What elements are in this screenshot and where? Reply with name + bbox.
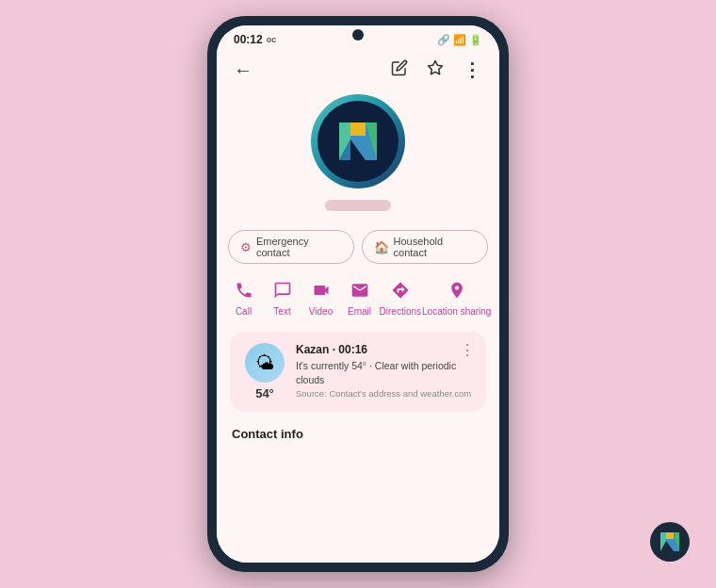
avatar-inner bbox=[317, 101, 399, 182]
signal-icon: 📶 bbox=[453, 34, 466, 46]
avatar-section bbox=[311, 85, 405, 219]
emergency-contact-badge[interactable]: ⚙ Emergency contact bbox=[228, 230, 354, 264]
svg-rect-6 bbox=[350, 122, 366, 136]
video-icon bbox=[312, 281, 331, 302]
call-icon bbox=[235, 281, 253, 302]
text-label: Text bbox=[273, 306, 290, 317]
svg-marker-0 bbox=[429, 61, 443, 74]
status-right: 🔗 📶 🔋 bbox=[437, 34, 482, 46]
status-time: 00:12 bbox=[234, 33, 263, 46]
more-button[interactable]: ⋮ bbox=[461, 58, 484, 81]
svg-rect-10 bbox=[666, 532, 674, 539]
household-icon: 🏠 bbox=[374, 240, 389, 254]
household-label: Household contact bbox=[394, 236, 476, 258]
camera-notch bbox=[352, 29, 364, 41]
directions-icon bbox=[391, 281, 410, 302]
location-action[interactable]: Location sharing bbox=[422, 281, 491, 317]
action-row: Call Text Video bbox=[217, 271, 499, 320]
status-left: 00:12 oc bbox=[234, 33, 276, 46]
weather-temp: 54° bbox=[255, 386, 274, 400]
status-bar: 00:12 oc 🔗 📶 🔋 bbox=[217, 25, 499, 50]
phone-frame: 00:12 oc 🔗 📶 🔋 ← ⋮ bbox=[207, 16, 509, 572]
text-icon bbox=[273, 281, 292, 302]
directions-label: Directions bbox=[380, 306, 421, 317]
battery-icon: 🔋 bbox=[469, 34, 482, 46]
weather-icon-col: 🌤 54° bbox=[243, 343, 286, 400]
status-sim: oc bbox=[267, 35, 277, 44]
weather-source: Source: Contact's address and weather.co… bbox=[296, 388, 473, 399]
weather-desc: It's currently 54° · Clear with periodic… bbox=[296, 359, 473, 386]
call-action[interactable]: Call bbox=[225, 281, 263, 317]
svg-marker-7 bbox=[660, 532, 666, 551]
contact-name-placeholder bbox=[325, 200, 391, 211]
phone-screen: 00:12 oc 🔗 📶 🔋 ← ⋮ bbox=[217, 25, 499, 563]
top-bar: ← ⋮ bbox=[217, 50, 499, 85]
link-icon: 🔗 bbox=[437, 34, 450, 46]
top-bar-actions: ⋮ bbox=[389, 57, 484, 81]
text-action[interactable]: Text bbox=[264, 281, 301, 317]
weather-icon: 🌤 bbox=[245, 343, 285, 383]
household-contact-badge[interactable]: 🏠 Household contact bbox=[362, 230, 488, 264]
watermark-n-svg bbox=[656, 528, 684, 556]
contact-info-header: Contact info bbox=[217, 417, 499, 445]
emergency-label: Emergency contact bbox=[256, 236, 342, 258]
avatar-outer bbox=[311, 94, 405, 188]
star-button[interactable] bbox=[425, 57, 446, 81]
video-label: Video bbox=[309, 306, 333, 317]
location-icon bbox=[448, 281, 466, 302]
weather-details: Kazan · 00:16 It's currently 54° · Clear… bbox=[296, 343, 473, 399]
content-area: ⚙ Emergency contact 🏠 Household contact … bbox=[217, 85, 499, 563]
weather-title: Kazan · 00:16 bbox=[296, 343, 473, 356]
email-label: Email bbox=[348, 306, 371, 317]
contact-badges: ⚙ Emergency contact 🏠 Household contact bbox=[217, 230, 499, 264]
directions-action[interactable]: Directions bbox=[380, 281, 421, 317]
video-action[interactable]: Video bbox=[302, 281, 340, 317]
email-action[interactable]: Email bbox=[341, 281, 379, 317]
n-logo-svg bbox=[330, 113, 386, 170]
edit-button[interactable] bbox=[389, 57, 410, 81]
call-label: Call bbox=[236, 306, 252, 317]
back-button[interactable]: ← bbox=[232, 58, 254, 81]
email-icon bbox=[350, 281, 369, 302]
weather-more-button[interactable]: ⋮ bbox=[460, 341, 475, 359]
location-label: Location sharing bbox=[422, 306, 491, 317]
emergency-icon: ⚙ bbox=[240, 240, 252, 254]
weather-card: 🌤 54° Kazan · 00:16 It's currently 54° ·… bbox=[230, 332, 486, 412]
watermark-logo bbox=[650, 522, 690, 562]
